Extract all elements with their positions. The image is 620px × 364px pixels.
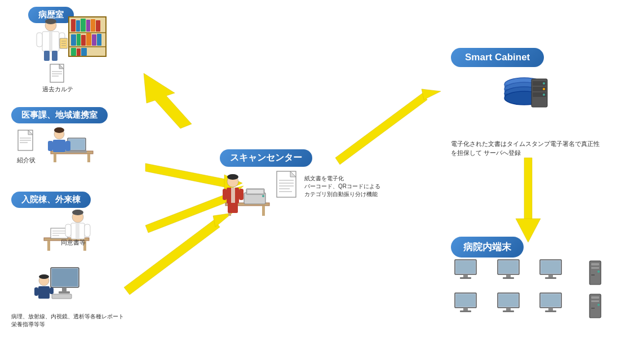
doctor-svg	[34, 17, 68, 62]
svg-rect-82	[38, 286, 50, 299]
svg-rect-39	[71, 48, 76, 56]
svg-rect-128	[503, 277, 514, 279]
svg-rect-28	[76, 20, 80, 32]
svg-rect-84	[50, 287, 54, 294]
svg-rect-143	[499, 294, 518, 307]
svg-rect-34	[77, 34, 81, 46]
svg-point-120	[543, 94, 545, 96]
svg-rect-30	[86, 20, 90, 32]
tower-pc-2	[576, 292, 614, 321]
hospital-terminal-badge-container: 病院内端末	[451, 237, 524, 258]
office-worker-figure	[45, 118, 96, 166]
svg-rect-41	[81, 48, 87, 56]
svg-rect-140	[463, 308, 468, 310]
svg-rect-135	[591, 267, 599, 269]
svg-rect-35	[81, 35, 86, 46]
svg-rect-144	[506, 308, 511, 310]
svg-rect-141	[460, 310, 471, 312]
svg-rect-131	[548, 274, 553, 277]
svg-rect-91	[247, 190, 263, 193]
monitor-5	[491, 292, 529, 321]
smart-cabinet-badge-container: Smart Cabinet	[451, 48, 544, 67]
svg-rect-15	[49, 32, 52, 51]
tower-pc-1	[576, 259, 614, 288]
svg-point-94	[227, 174, 238, 180]
svg-rect-77	[52, 269, 78, 286]
svg-rect-79	[59, 291, 70, 294]
svg-rect-16	[37, 33, 42, 47]
scan-center-desc: 紙文書を電子化 バーコード、QRコードによる カテゴリ別自動振り分け機能	[304, 175, 380, 198]
svg-rect-98	[239, 189, 243, 200]
terminal-grid	[448, 259, 614, 321]
past-chart-label: 過去カルテ	[42, 64, 73, 94]
bookshelf-svg	[68, 16, 107, 58]
svg-rect-40	[77, 48, 81, 56]
svg-rect-152	[591, 300, 599, 302]
svg-rect-57	[65, 141, 70, 151]
referral-document: 紹介状	[17, 130, 36, 165]
doctor-figure	[34, 17, 68, 64]
monitor-6	[534, 292, 572, 321]
svg-rect-99	[228, 203, 238, 213]
svg-rect-96	[231, 188, 235, 203]
svg-marker-6	[124, 220, 220, 295]
svg-rect-29	[81, 19, 86, 32]
svg-rect-31	[91, 19, 95, 32]
svg-rect-137	[591, 274, 595, 276]
svg-rect-51	[69, 139, 85, 149]
svg-rect-134	[591, 263, 599, 265]
svg-rect-126	[499, 261, 518, 273]
svg-rect-37	[92, 34, 96, 46]
svg-rect-74	[65, 224, 71, 237]
svg-point-13	[45, 19, 56, 24]
svg-rect-22	[44, 51, 50, 61]
svg-rect-32	[96, 20, 100, 32]
monitor-1	[448, 259, 486, 288]
svg-rect-132	[545, 277, 556, 279]
svg-rect-85	[52, 294, 72, 299]
svg-rect-55	[53, 140, 65, 152]
svg-marker-4	[145, 194, 228, 233]
svg-marker-1	[144, 73, 192, 128]
svg-rect-145	[503, 310, 514, 312]
svg-rect-33	[71, 34, 76, 46]
svg-rect-147	[541, 294, 560, 307]
svg-rect-123	[463, 274, 468, 277]
svg-rect-75	[85, 224, 90, 237]
svg-rect-49	[87, 154, 90, 162]
ward-doctor-figure	[39, 203, 93, 256]
svg-rect-27	[71, 19, 76, 32]
svg-point-119	[543, 88, 545, 90]
svg-rect-88	[262, 206, 265, 216]
server-figure	[490, 73, 558, 130]
server-svg	[499, 73, 550, 130]
monitor-2	[491, 259, 529, 288]
svg-rect-83	[34, 287, 38, 296]
terminal-person-svg	[34, 265, 85, 310]
svg-rect-48	[54, 154, 56, 162]
svg-marker-2	[145, 163, 225, 187]
svg-point-71	[72, 210, 83, 215]
svg-point-81	[39, 274, 49, 279]
scan-operator-figure	[223, 169, 271, 219]
svg-rect-139	[456, 294, 475, 307]
office-worker-svg	[45, 118, 96, 163]
svg-marker-10	[524, 158, 532, 220]
svg-marker-8	[335, 93, 427, 165]
svg-rect-148	[548, 308, 553, 310]
svg-rect-151	[591, 296, 599, 299]
svg-rect-97	[223, 189, 227, 200]
monitor-3	[534, 259, 572, 288]
consent-document: 同意書等	[61, 237, 86, 247]
scan-operator-svg	[223, 169, 271, 217]
other-sources-label: 病理、放射線、内視鏡、透析等各種レポート 栄養指導等等	[11, 313, 124, 329]
svg-rect-78	[62, 287, 67, 292]
svg-rect-122	[456, 261, 475, 273]
svg-rect-64	[47, 241, 50, 251]
svg-point-92	[262, 195, 264, 197]
svg-rect-127	[506, 274, 511, 277]
other-sources-figure	[34, 265, 85, 312]
svg-rect-56	[48, 141, 53, 151]
document-being-scanned	[276, 171, 299, 201]
svg-rect-38	[97, 34, 101, 46]
